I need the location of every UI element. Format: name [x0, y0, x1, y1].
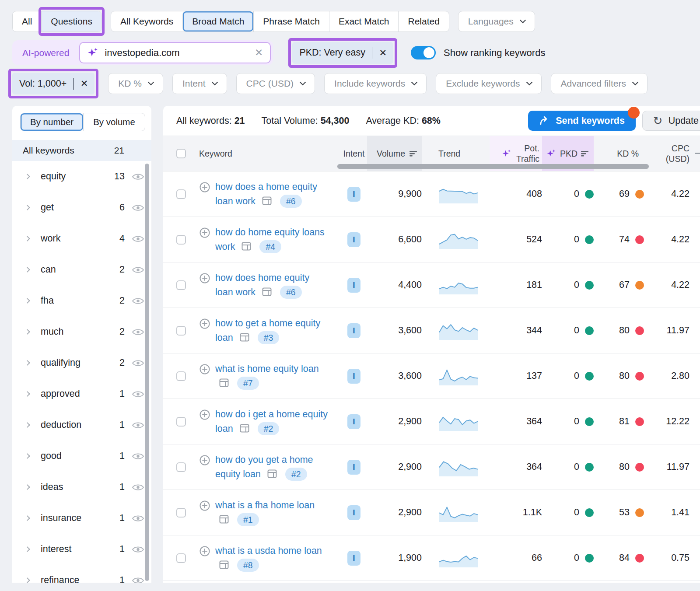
row-checkbox[interactable] [176, 553, 186, 563]
intent-badge[interactable]: I [347, 505, 360, 520]
tab-all[interactable]: All [13, 11, 41, 31]
filter-dropdown-cpc-usd[interactable]: CPC (USD) [236, 73, 315, 94]
tab-all-keywords[interactable]: All Keywords [111, 11, 182, 31]
eye-icon[interactable] [132, 203, 144, 212]
tab-broad-match[interactable]: Broad Match [182, 11, 253, 31]
tab-phrase-match[interactable]: Phrase Match [253, 11, 329, 31]
add-keyword-icon[interactable] [199, 455, 210, 466]
col-cpc[interactable]: CPC(USD) [644, 136, 700, 171]
eye-icon[interactable] [132, 545, 144, 554]
tab-by-number[interactable]: By number [21, 113, 83, 131]
serp-features-icon[interactable] [262, 196, 272, 206]
sidebar-group-item[interactable]: fha 2 [12, 285, 151, 316]
row-checkbox[interactable] [176, 189, 186, 199]
intent-badge[interactable]: I [347, 551, 360, 566]
eye-icon[interactable] [132, 576, 144, 583]
remove-volume-filter-icon[interactable]: ✕ [74, 78, 95, 89]
pkd-filter-chip[interactable]: PKD: Very easy ✕ [292, 42, 393, 64]
serp-features-icon[interactable] [240, 333, 250, 342]
filter-dropdown-kd[interactable]: KD % [108, 73, 163, 94]
serp-features-icon[interactable] [262, 287, 272, 297]
eye-icon[interactable] [132, 297, 144, 305]
keyword-link[interactable]: what is a usda home loan [215, 546, 322, 556]
sidebar-group-item[interactable]: can 2 [12, 254, 151, 285]
eye-icon[interactable] [132, 328, 144, 336]
sidebar-group-item[interactable]: much 2 [12, 316, 151, 347]
add-keyword-icon[interactable] [199, 409, 210, 420]
add-keyword-icon[interactable] [199, 227, 210, 238]
chevron-right-icon [24, 422, 30, 428]
add-keyword-icon[interactable] [199, 318, 210, 329]
add-keyword-icon[interactable] [199, 364, 210, 375]
filter-dropdown-include-keywords[interactable]: Include keywords [324, 73, 427, 94]
sidebar-group-item[interactable]: deduction 1 [12, 409, 151, 441]
sidebar-scrollbar[interactable] [145, 164, 149, 581]
languages-dropdown[interactable]: Languages [458, 11, 535, 32]
horizontal-scrollbar[interactable] [337, 164, 649, 169]
sidebar-group-item[interactable]: equity 13 [12, 161, 151, 192]
send-keywords-button[interactable]: Send keywords [528, 111, 636, 131]
col-keyword[interactable]: Keyword [199, 136, 341, 171]
all-keywords-row[interactable]: All keywords 21 [12, 140, 151, 161]
eye-icon[interactable] [132, 421, 144, 430]
sidebar-group-item[interactable]: approved 1 [12, 378, 151, 409]
intent-badge[interactable]: I [347, 232, 360, 247]
serp-features-icon[interactable] [242, 242, 252, 251]
sidebar-group-item[interactable]: work 4 [12, 223, 151, 254]
add-keyword-icon[interactable] [199, 546, 210, 557]
show-ranking-toggle[interactable] [411, 46, 436, 59]
intent-badge[interactable]: I [347, 323, 360, 338]
eye-icon[interactable] [132, 452, 144, 461]
serp-features-icon[interactable] [219, 378, 229, 388]
keyword-link[interactable]: what is home equity loan [215, 364, 319, 374]
sidebar-group-item[interactable]: interest 1 [12, 534, 151, 565]
remove-pkd-filter-icon[interactable]: ✕ [372, 48, 393, 58]
intent-badge[interactable]: I [347, 278, 360, 293]
intent-badge[interactable]: I [347, 369, 360, 384]
row-checkbox[interactable] [176, 371, 186, 381]
row-checkbox[interactable] [176, 280, 186, 290]
eye-icon[interactable] [132, 359, 144, 367]
sidebar-group-item[interactable]: qualifying 2 [12, 347, 151, 378]
filter-dropdown-exclude-keywords[interactable]: Exclude keywords [436, 73, 541, 94]
add-keyword-icon[interactable] [199, 273, 210, 284]
tab-related[interactable]: Related [398, 11, 448, 31]
eye-icon[interactable] [132, 266, 144, 274]
serp-features-icon[interactable] [240, 424, 250, 433]
intent-badge[interactable]: I [347, 460, 360, 475]
serp-features-icon[interactable] [219, 515, 229, 524]
row-checkbox[interactable] [176, 417, 186, 427]
search-input[interactable]: investopedia.com ✕ [79, 42, 271, 63]
eye-icon[interactable] [132, 234, 144, 243]
tab-by-volume[interactable]: By volume [83, 113, 145, 131]
filter-dropdown-intent[interactable]: Intent [172, 73, 227, 94]
update-button[interactable]: ↻ Update [642, 111, 700, 131]
eye-icon[interactable] [132, 390, 144, 399]
sidebar-group-item[interactable]: refinance 1 [12, 565, 151, 583]
row-checkbox[interactable] [176, 508, 186, 518]
sidebar-group-item[interactable]: insurance 1 [12, 503, 151, 534]
volume-filter-chip[interactable]: Vol: 1,000+ ✕ [12, 73, 94, 94]
row-checkbox[interactable] [176, 235, 186, 245]
sidebar-group-item[interactable]: good 1 [12, 441, 151, 472]
tab-questions[interactable]: Questions [41, 11, 102, 31]
intent-badge[interactable]: I [347, 414, 360, 429]
eye-icon[interactable] [132, 483, 144, 492]
intent-badge[interactable]: I [347, 187, 360, 202]
filter-dropdown-advanced-filters[interactable]: Advanced filters [551, 73, 648, 94]
eye-icon[interactable] [132, 514, 144, 523]
select-all-checkbox[interactable] [176, 149, 186, 158]
row-checkbox[interactable] [176, 326, 186, 336]
add-keyword-icon[interactable] [199, 500, 210, 511]
add-keyword-icon[interactable] [199, 182, 210, 193]
eye-icon[interactable] [132, 172, 144, 181]
serp-features-icon[interactable] [267, 469, 277, 479]
sidebar-group-item[interactable]: get 6 [12, 192, 151, 223]
notification-dot [628, 107, 640, 119]
tab-exact-match[interactable]: Exact Match [329, 11, 399, 31]
keyword-link[interactable]: what is a fha home loan [215, 500, 315, 511]
sidebar-group-item[interactable]: ideas 1 [12, 472, 151, 503]
serp-features-icon[interactable] [219, 560, 229, 570]
clear-search-icon[interactable]: ✕ [255, 47, 263, 59]
row-checkbox[interactable] [176, 462, 186, 472]
